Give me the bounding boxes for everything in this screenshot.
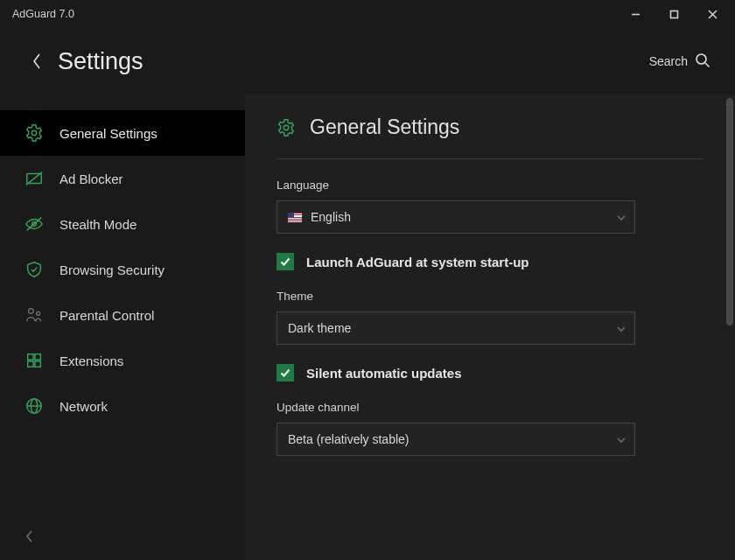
gear-icon xyxy=(276,118,296,137)
svg-line-5 xyxy=(705,63,710,67)
close-button[interactable] xyxy=(693,2,732,26)
parental-icon xyxy=(24,305,44,325)
globe-icon xyxy=(24,396,44,416)
svg-rect-14 xyxy=(35,354,40,360)
adblock-icon xyxy=(24,169,44,188)
checkbox-checked-icon xyxy=(276,253,294,270)
silent-updates-row[interactable]: Silent automatic updates xyxy=(276,364,704,382)
theme-value: Dark theme xyxy=(288,321,351,335)
minimize-button[interactable] xyxy=(616,2,654,26)
channel-select[interactable]: Beta (relatively stable) xyxy=(276,423,635,456)
gear-icon xyxy=(24,123,44,143)
extensions-icon xyxy=(24,351,44,370)
launch-label: Launch AdGuard at system start-up xyxy=(306,255,529,270)
search-icon xyxy=(695,52,710,71)
theme-select[interactable]: Dark theme xyxy=(276,312,635,345)
chevron-down-icon xyxy=(617,432,626,446)
divider xyxy=(276,158,704,159)
scrollbar[interactable] xyxy=(726,98,733,326)
svg-point-12 xyxy=(37,312,40,315)
svg-rect-1 xyxy=(670,10,677,18)
search-button[interactable]: Search xyxy=(649,52,710,71)
svg-rect-15 xyxy=(28,361,33,367)
svg-point-20 xyxy=(284,125,289,130)
sidebar-item-parental[interactable]: Parental Control xyxy=(0,292,245,338)
sidebar-item-label: Extensions xyxy=(60,354,224,368)
sidebar-item-general[interactable]: General Settings xyxy=(0,110,245,156)
chevron-down-icon xyxy=(617,321,626,335)
language-value: English xyxy=(311,210,351,224)
maximize-button[interactable] xyxy=(654,2,693,26)
shield-icon xyxy=(24,260,44,279)
titlebar: AdGuard 7.0 xyxy=(0,0,735,28)
channel-label: Update channel xyxy=(276,401,704,414)
svg-point-6 xyxy=(32,130,37,136)
silent-label: Silent automatic updates xyxy=(306,366,462,381)
flag-us-icon xyxy=(288,213,302,222)
sidebar-item-label: Ad Blocker xyxy=(60,172,224,186)
sidebar: General Settings Ad Blocker Stealth Mode… xyxy=(0,94,245,560)
theme-label: Theme xyxy=(276,290,704,303)
sidebar-item-label: Parental Control xyxy=(60,308,224,323)
language-label: Language xyxy=(276,178,704,192)
sidebar-item-label: Browsing Security xyxy=(60,262,224,277)
language-select[interactable]: English xyxy=(276,200,635,234)
checkbox-checked-icon xyxy=(276,364,294,382)
panel-heading: General Settings xyxy=(310,116,459,139)
svg-point-11 xyxy=(29,309,34,314)
page-title: Settings xyxy=(58,48,144,75)
svg-rect-13 xyxy=(28,354,33,360)
sidebar-item-adblocker[interactable]: Ad Blocker xyxy=(0,156,245,201)
settings-panel: General Settings Language English Launch… xyxy=(245,94,735,560)
sidebar-item-label: Stealth Mode xyxy=(60,217,224,232)
svg-rect-16 xyxy=(35,361,40,367)
sidebar-item-network[interactable]: Network xyxy=(0,383,245,429)
sidebar-item-label: Network xyxy=(60,399,224,414)
eye-off-icon xyxy=(24,214,44,234)
sidebar-item-extensions[interactable]: Extensions xyxy=(0,338,245,383)
window-title: AdGuard 7.0 xyxy=(12,8,74,20)
sidebar-item-stealth[interactable]: Stealth Mode xyxy=(0,201,245,247)
sidebar-item-label: General Settings xyxy=(60,126,224,141)
svg-point-4 xyxy=(696,54,706,64)
launch-at-startup-row[interactable]: Launch AdGuard at system start-up xyxy=(276,253,704,270)
chevron-left-icon xyxy=(24,528,35,547)
page-header: Settings Search xyxy=(0,28,735,94)
channel-value: Beta (relatively stable) xyxy=(288,432,410,446)
chevron-down-icon xyxy=(617,210,626,224)
search-label: Search xyxy=(649,54,688,68)
back-button[interactable] xyxy=(24,49,49,74)
sidebar-item-security[interactable]: Browsing Security xyxy=(0,247,245,292)
sidebar-collapse-button[interactable] xyxy=(0,514,245,560)
